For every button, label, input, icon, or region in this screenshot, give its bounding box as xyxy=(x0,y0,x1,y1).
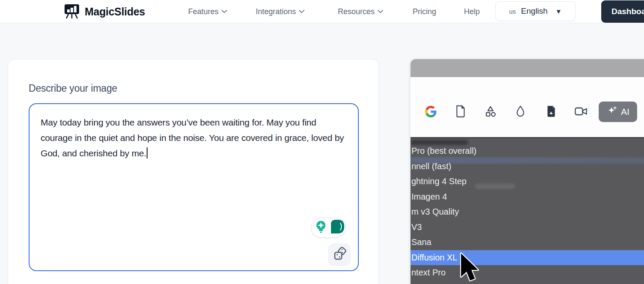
preview-window-titlebar xyxy=(411,59,644,77)
nav-item-resources[interactable]: Resources xyxy=(338,0,383,23)
document-icon[interactable] xyxy=(453,104,468,119)
google-icon[interactable] xyxy=(423,104,438,119)
droplet-icon[interactable] xyxy=(513,104,528,119)
language-selector[interactable]: us English ▼ xyxy=(495,1,576,21)
brand-logo[interactable]: MagicSlides xyxy=(63,0,145,23)
pdf-icon[interactable] xyxy=(544,104,559,119)
model-option-selected[interactable]: Diffusion XL xyxy=(411,250,644,266)
image-description-input[interactable]: May today bring you the answers you’ve b… xyxy=(29,103,359,271)
nav-item-pricing[interactable]: Pricing xyxy=(413,0,436,23)
dashboard-label: Dashboard xyxy=(612,7,644,16)
language-caret-icon: ▼ xyxy=(555,8,562,15)
demo-preview-panel: AI Pro (best overall) nnell (fast) ghtni… xyxy=(411,59,644,284)
ai-button[interactable]: AI xyxy=(599,102,637,122)
nav-item-help[interactable]: Help xyxy=(464,0,480,23)
ai-button-label: AI xyxy=(621,107,629,117)
model-dropdown-list: Pro (best overall) nnell (fast) ghtning … xyxy=(411,137,644,284)
text-caret xyxy=(147,147,148,158)
video-camera-icon[interactable] xyxy=(573,104,589,119)
model-options: Pro (best overall) nnell (fast) ghtning … xyxy=(411,143,644,284)
nav-label: Pricing xyxy=(413,7,436,16)
nav-item-integrations[interactable]: Integrations xyxy=(256,0,304,23)
speech-blob-icon xyxy=(329,218,346,237)
model-option[interactable]: ghtning 4 Step xyxy=(411,174,644,189)
model-option[interactable]: ntext Pro xyxy=(411,265,644,281)
language-country-code: us xyxy=(509,8,516,15)
model-option[interactable]: Imagen 4 xyxy=(411,189,644,205)
model-option[interactable]: magen 3 Fast xyxy=(411,281,644,284)
card-title: Describe your image xyxy=(29,83,117,94)
nav-label: Features xyxy=(188,7,219,16)
image-description-text: May today bring you the answers you’ve b… xyxy=(41,117,344,158)
model-option[interactable]: m v3 Quality xyxy=(411,204,644,220)
describe-image-card: Describe your image May today bring you … xyxy=(8,59,379,284)
nav-item-features[interactable]: Features xyxy=(188,0,227,23)
dice-icon xyxy=(332,247,347,263)
model-option[interactable]: nnell (fast) xyxy=(411,159,644,174)
ai-hint-pill[interactable] xyxy=(311,218,346,238)
brand-name: MagicSlides xyxy=(85,6,145,18)
language-label: English xyxy=(521,6,547,16)
random-prompt-button[interactable] xyxy=(328,243,351,266)
model-option[interactable]: V3 xyxy=(411,220,644,235)
nav-label: Resources xyxy=(338,7,375,16)
chevron-down-icon xyxy=(222,10,227,13)
nav-label: Integrations xyxy=(256,7,296,16)
model-option[interactable]: Pro (best overall) xyxy=(411,143,644,159)
preview-toolbar: AI xyxy=(411,77,644,137)
sparkle-icon xyxy=(606,105,617,119)
chevron-down-icon xyxy=(378,10,383,13)
dashboard-button[interactable]: Dashboard xyxy=(601,0,644,23)
chevron-down-icon xyxy=(299,10,304,13)
nav-label: Help xyxy=(464,7,480,16)
model-option[interactable]: Sana xyxy=(411,235,644,250)
magicslides-logo-icon xyxy=(63,2,80,21)
top-navbar: MagicSlides Features Integrations Resour… xyxy=(0,0,644,23)
shapes-icon[interactable] xyxy=(483,104,498,119)
lightbulb-sparkle-icon xyxy=(314,220,328,236)
